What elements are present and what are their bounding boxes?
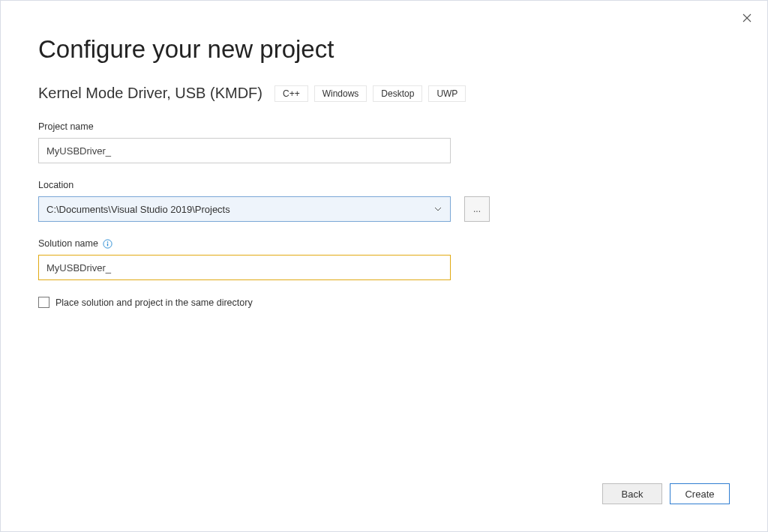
svg-point-3	[107, 241, 109, 243]
template-name: Kernel Mode Driver, USB (KMDF)	[38, 85, 262, 102]
project-name-label: Project name	[38, 121, 730, 132]
close-icon	[742, 13, 752, 22]
location-dropdown[interactable]: C:\Documents\Visual Studio 2019\Projects	[38, 196, 451, 222]
close-button[interactable]	[737, 8, 757, 28]
browse-button[interactable]: ...	[464, 196, 490, 222]
location-label: Location	[38, 180, 730, 190]
tag-windows: Windows	[314, 85, 368, 102]
tag-uwp: UWP	[428, 85, 466, 102]
page-title: Configure your new project	[38, 35, 730, 64]
chevron-down-icon	[432, 203, 444, 215]
template-tags: C++ Windows Desktop UWP	[274, 85, 466, 102]
same-directory-checkbox[interactable]	[38, 297, 50, 308]
tag-cpp: C++	[274, 85, 308, 102]
create-button[interactable]: Create	[670, 483, 730, 504]
solution-name-input[interactable]	[38, 255, 451, 280]
info-icon[interactable]	[103, 239, 112, 249]
back-button[interactable]: Back	[602, 483, 662, 504]
same-directory-label[interactable]: Place solution and project in the same d…	[56, 297, 253, 308]
solution-name-label: Solution name	[38, 238, 98, 249]
project-name-input[interactable]	[38, 138, 451, 163]
svg-rect-4	[107, 243, 108, 246]
tag-desktop: Desktop	[373, 85, 422, 102]
location-value: C:\Documents\Visual Studio 2019\Projects	[46, 204, 230, 215]
